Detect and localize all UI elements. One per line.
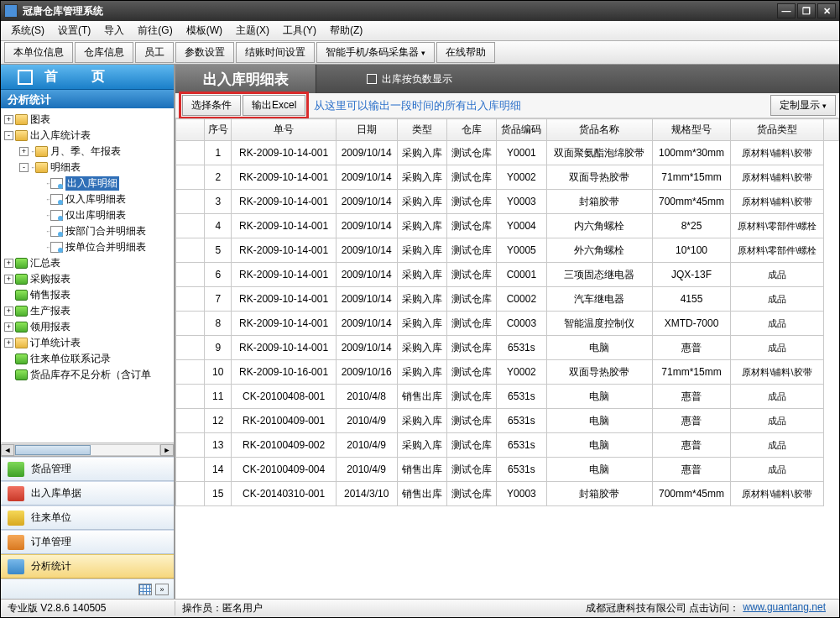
menu-item[interactable]: 设置(T)	[51, 22, 97, 39]
grid-view-icon[interactable]	[138, 584, 152, 595]
checkbox-icon[interactable]	[367, 74, 377, 84]
row-selector[interactable]	[176, 482, 205, 506]
toolbar-button[interactable]: 员工	[135, 42, 174, 63]
tree-node[interactable]: ··按单位合并明细表	[3, 239, 172, 255]
column-header[interactable]: 货品编码	[497, 119, 546, 141]
scroll-thumb[interactable]	[15, 445, 91, 455]
table-row[interactable]: 15CK-20140310-0012014/3/10销售出库测试仓库Y0003封…	[176, 482, 839, 506]
expand-icon[interactable]: +	[4, 322, 13, 332]
table-row[interactable]: 3RK-2009-10-14-0012009/10/14采购入库测试仓库Y000…	[176, 190, 839, 214]
column-header[interactable]: 规格型号	[653, 119, 731, 141]
row-selector[interactable]	[176, 263, 205, 287]
nav-item[interactable]: 货品管理	[1, 457, 174, 481]
export-excel-button[interactable]: 输出Excel	[243, 95, 305, 116]
home-tab[interactable]: 首 页	[1, 65, 174, 90]
column-header[interactable]: 单号	[232, 119, 336, 141]
toolbar-button[interactable]: 智能手机/条码采集器	[316, 42, 435, 63]
nav-item[interactable]: 往来单位	[1, 505, 174, 530]
column-header[interactable]: 类型	[397, 119, 446, 141]
table-row[interactable]: 1RK-2009-10-14-0012009/10/14采购入库测试仓库Y000…	[176, 141, 839, 165]
tree-node[interactable]: +··月、季、年报表	[3, 144, 172, 160]
minimize-button[interactable]: —	[777, 3, 796, 18]
row-selector[interactable]	[176, 165, 205, 190]
table-row[interactable]: 4RK-2009-10-14-0012009/10/14采购入库测试仓库Y000…	[176, 214, 839, 238]
tree-node[interactable]: +汇总表	[3, 255, 172, 271]
row-selector[interactable]	[176, 141, 205, 165]
toolbar-button[interactable]: 结账时间设置	[236, 42, 315, 63]
column-header[interactable]: 日期	[336, 119, 397, 141]
table-row[interactable]: 13RK-20100409-0022010/4/9采购入库测试仓库6531s电脑…	[176, 433, 839, 458]
scroll-right-icon[interactable]: ►	[160, 444, 174, 456]
table-row[interactable]: 6RK-2009-10-14-0012009/10/14采购入库测试仓库C000…	[176, 263, 839, 287]
tree-node[interactable]: +订单统计表	[3, 335, 172, 351]
tree-node[interactable]: +领用报表	[3, 319, 172, 335]
menu-item[interactable]: 前往(G)	[131, 22, 179, 39]
table-row[interactable]: 9RK-2009-10-14-0012009/10/14采购入库测试仓库6531…	[176, 336, 839, 360]
menu-item[interactable]: 模板(W)	[180, 22, 229, 39]
row-selector[interactable]	[176, 287, 205, 312]
menu-item[interactable]: 工具(Y)	[276, 22, 323, 39]
toolbar-button[interactable]: 参数设置	[175, 42, 234, 63]
negative-display-checkbox[interactable]: 出库按负数显示	[367, 72, 452, 86]
expand-icon[interactable]: »	[155, 584, 169, 595]
row-selector-header[interactable]	[176, 119, 205, 141]
tree-node[interactable]: ··仅入库明细表	[3, 191, 172, 207]
nav-item[interactable]: 出入库单据	[1, 481, 174, 505]
toolbar-button[interactable]: 本单位信息	[4, 42, 73, 63]
row-selector[interactable]	[176, 214, 205, 238]
table-row[interactable]: 10RK-2009-10-16-0012009/10/16采购入库测试仓库Y00…	[176, 360, 839, 385]
nav-item[interactable]: 分析统计	[1, 554, 174, 579]
expand-icon[interactable]: +	[4, 338, 13, 348]
expand-icon[interactable]: +	[4, 259, 13, 268]
menu-item[interactable]: 主题(X)	[229, 22, 276, 39]
table-row[interactable]: 2RK-2009-10-14-0012009/10/14采购入库测试仓库Y000…	[176, 165, 839, 190]
column-header[interactable]: 仓库	[446, 119, 496, 141]
toolbar-button[interactable]: 在线帮助	[436, 42, 495, 63]
collapse-icon[interactable]: -	[19, 163, 29, 172]
menu-item[interactable]: 帮助(Z)	[323, 22, 369, 39]
tree-node[interactable]: +生产报表	[3, 303, 172, 319]
row-selector[interactable]	[176, 409, 205, 433]
tree-node[interactable]: -出入库统计表	[3, 128, 172, 144]
table-container[interactable]: 序号单号日期类型仓库货品编码货品名称规格型号货品类型 1RK-2009-10-1…	[175, 118, 839, 599]
column-header[interactable]: 货品类型	[730, 119, 823, 141]
table-row[interactable]: 8RK-2009-10-14-0012009/10/14采购入库测试仓库C000…	[176, 312, 839, 336]
row-selector[interactable]	[176, 458, 205, 482]
column-header[interactable]: 货品名称	[546, 119, 652, 141]
tree-node[interactable]: ··出入库明细	[3, 175, 172, 191]
menu-item[interactable]: 系统(S)	[4, 22, 51, 39]
tree-node[interactable]: -··明细表	[3, 160, 172, 175]
table-row[interactable]: 12RK-20100409-0012010/4/9采购入库测试仓库6531s电脑…	[176, 409, 839, 433]
table-row[interactable]: 11CK-20100408-0012010/4/8销售出库测试仓库6531s电脑…	[176, 385, 839, 409]
table-row[interactable]: 7RK-2009-10-14-0012009/10/14采购入库测试仓库C000…	[176, 287, 839, 312]
tree-node[interactable]: ··仅出库明细表	[3, 207, 172, 223]
expand-icon[interactable]: +	[4, 306, 13, 316]
row-selector[interactable]	[176, 190, 205, 214]
row-selector[interactable]	[176, 336, 205, 360]
tree-node[interactable]: +图表	[3, 112, 172, 128]
tree-hscrollbar[interactable]: ◄ ►	[1, 443, 174, 456]
expand-icon[interactable]: +	[4, 275, 13, 284]
row-selector[interactable]	[176, 238, 205, 263]
tree-node[interactable]: +采购报表	[3, 271, 172, 287]
column-header-extra[interactable]	[824, 119, 839, 141]
tree-view[interactable]: +图表-出入库统计表+··月、季、年报表-··明细表··出入库明细··仅入库明细…	[1, 108, 174, 443]
scroll-track[interactable]	[14, 444, 160, 456]
expand-icon[interactable]: +	[19, 147, 29, 156]
tree-node[interactable]: 货品库存不足分析（含订单	[3, 367, 172, 383]
scroll-left-icon[interactable]: ◄	[1, 444, 14, 456]
collapse-icon[interactable]: -	[4, 131, 13, 140]
row-selector[interactable]	[176, 385, 205, 409]
row-selector[interactable]	[176, 360, 205, 385]
toolbar-button[interactable]: 仓库信息	[75, 42, 133, 63]
row-selector[interactable]	[176, 433, 205, 458]
column-header[interactable]: 序号	[205, 119, 232, 141]
menu-item[interactable]: 导入	[97, 22, 131, 39]
maximize-button[interactable]: ❐	[797, 3, 816, 18]
table-row[interactable]: 5RK-2009-10-14-0012009/10/14采购入库测试仓库Y000…	[176, 238, 839, 263]
table-row[interactable]: 14CK-20100409-0042010/4/9销售出库测试仓库6531s电脑…	[176, 458, 839, 482]
nav-item[interactable]: 订单管理	[1, 530, 174, 554]
tree-node[interactable]: 往来单位联系记录	[3, 351, 172, 367]
filter-button[interactable]: 选择条件	[182, 95, 241, 116]
expand-icon[interactable]: +	[4, 115, 13, 124]
